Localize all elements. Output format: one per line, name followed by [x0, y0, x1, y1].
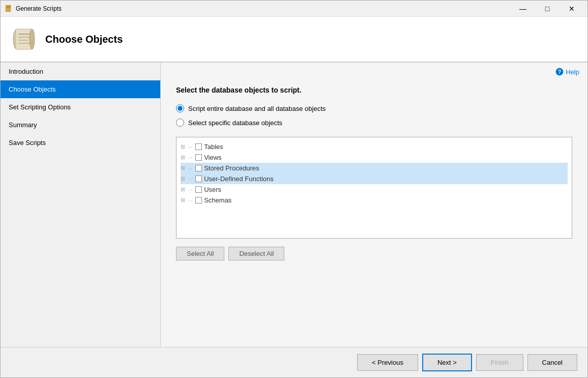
- close-button[interactable]: ✕: [560, 2, 583, 16]
- title-bar: Generate Scripts — □ ✕: [1, 1, 587, 17]
- tree-item-user-defined-functions: ⊞ ··· User-Defined Functions: [181, 173, 568, 184]
- tree-label-users: Users: [204, 186, 221, 193]
- svg-point-3: [30, 29, 35, 49]
- radio-specific-objects[interactable]: Select specific database objects: [176, 119, 572, 127]
- tree-checkbox-views[interactable]: [195, 154, 202, 161]
- next-button[interactable]: Next >: [422, 354, 472, 371]
- sidebar: Introduction Choose Objects Set Scriptin…: [1, 63, 161, 347]
- radio-entire-db-label: Script entire database and all database …: [188, 105, 326, 112]
- tree-label-tables: Tables: [204, 143, 223, 151]
- section-title: Select the database objects to script.: [176, 86, 572, 94]
- main-area: ? Help Select the database objects to sc…: [161, 63, 587, 347]
- sidebar-item-choose-objects[interactable]: Choose Objects: [1, 80, 160, 98]
- cancel-button[interactable]: Cancel: [527, 354, 577, 371]
- footer: < Previous Next > Finish Cancel: [1, 347, 587, 377]
- svg-text:?: ?: [558, 69, 561, 75]
- previous-button[interactable]: < Previous: [357, 354, 418, 371]
- sidebar-item-save-scripts[interactable]: Save Scripts: [1, 134, 160, 152]
- header-icon: [11, 26, 37, 52]
- svg-rect-0: [6, 5, 11, 12]
- tree-checkbox-stored-procedures[interactable]: [195, 165, 202, 171]
- help-icon: ?: [555, 68, 564, 76]
- tree-label-views: Views: [204, 154, 221, 161]
- tree-item-stored-procedures: ⊞ ··· Stored Procedures: [181, 163, 568, 173]
- main-window: Generate Scripts — □ ✕ Choose Objects: [0, 0, 588, 378]
- sidebar-item-set-scripting-options[interactable]: Set Scripting Options: [1, 98, 160, 116]
- page-title: Choose Objects: [45, 34, 123, 45]
- radio-entire-db[interactable]: Script entire database and all database …: [176, 104, 572, 112]
- sidebar-item-introduction[interactable]: Introduction: [1, 63, 160, 80]
- main-header: ? Help: [161, 63, 587, 76]
- help-label: Help: [566, 68, 579, 76]
- scroll-svg: [11, 26, 37, 52]
- radio-entire-db-input[interactable]: [176, 104, 184, 112]
- help-button[interactable]: ? Help: [555, 68, 579, 76]
- sidebar-item-summary[interactable]: Summary: [1, 116, 160, 134]
- select-all-button[interactable]: Select All: [176, 247, 224, 260]
- tree-checkbox-users[interactable]: [195, 186, 202, 193]
- radio-specific-objects-label: Select specific database objects: [188, 119, 282, 127]
- tree-item-views: ⊞ ··· Views: [181, 152, 568, 163]
- minimize-button[interactable]: —: [511, 2, 535, 16]
- page-header: Choose Objects: [1, 17, 587, 63]
- objects-tree: ⊞ ··· Tables ⊞ ··· Views ⊞ ···: [176, 137, 572, 239]
- content-area: Introduction Choose Objects Set Scriptin…: [1, 63, 587, 347]
- tree-checkbox-schemas[interactable]: [195, 197, 202, 203]
- deselect-all-button[interactable]: Deselect All: [228, 247, 284, 260]
- tree-label-user-defined-functions: User-Defined Functions: [204, 175, 274, 183]
- window-controls: — □ ✕: [511, 2, 583, 16]
- window-title: Generate Scripts: [16, 5, 511, 12]
- tree-item-tables: ⊞ ··· Tables: [181, 141, 568, 152]
- tree-checkbox-tables[interactable]: [195, 143, 202, 150]
- tree-checkbox-user-defined-functions[interactable]: [195, 176, 202, 182]
- finish-button[interactable]: Finish: [476, 354, 523, 371]
- main-body: Select the database objects to script. S…: [161, 76, 587, 347]
- tree-label-stored-procedures: Stored Procedures: [204, 164, 259, 172]
- maximize-button[interactable]: □: [536, 2, 559, 16]
- radio-group: Script entire database and all database …: [176, 104, 572, 127]
- tree-item-users: ⊞ ··· Users: [181, 184, 568, 195]
- tree-label-schemas: Schemas: [204, 196, 231, 204]
- title-bar-icon: [5, 5, 13, 13]
- action-buttons: Select All Deselect All: [176, 247, 572, 260]
- tree-item-schemas: ⊞ ··· Schemas: [181, 195, 568, 206]
- radio-specific-objects-input[interactable]: [176, 119, 184, 127]
